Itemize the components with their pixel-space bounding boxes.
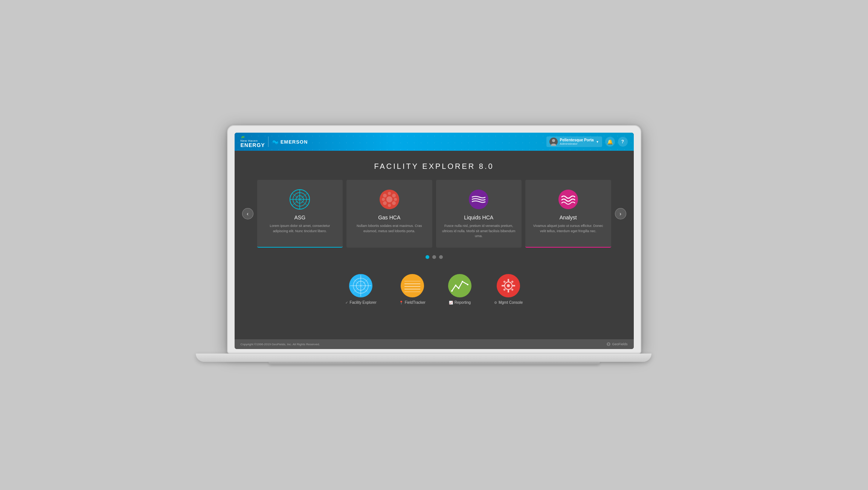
svg-point-42 xyxy=(507,284,510,287)
svg-point-15 xyxy=(388,192,391,195)
fieldtracker-label: 📍 FieldTracker xyxy=(399,300,426,305)
app-footer: Copyright ©1996-2019 GeoFields, Inc. All… xyxy=(235,339,634,349)
app-reporting[interactable]: 📈 Reporting xyxy=(448,274,471,305)
laptop-base xyxy=(196,354,651,362)
svg-point-11 xyxy=(383,194,387,198)
mgmt-console-circle xyxy=(497,274,520,297)
emerson-text: EMERSON xyxy=(281,139,308,145)
card-gas-hca-desc: Nullam lobortis sodales erat maximus. Cr… xyxy=(352,224,426,234)
user-info[interactable]: Pellentesque Porta Administrator ▼ xyxy=(546,136,602,147)
new-haven-logo: New Haven ENERGY xyxy=(241,136,265,148)
card-analyst-desc: Vivamus aliquet justo ut cursus efficitu… xyxy=(531,224,605,234)
reporting-icon xyxy=(448,274,471,297)
screen-content: New Haven ENERGY EMERSON xyxy=(235,133,634,349)
svg-rect-45 xyxy=(502,285,504,286)
reporting-text: Reporting xyxy=(455,300,471,305)
svg-point-28 xyxy=(402,275,423,296)
card-analyst-title: Analyst xyxy=(560,214,577,220)
svg-point-0 xyxy=(552,139,555,142)
notifications-button[interactable]: 🔔 xyxy=(605,137,615,147)
svg-rect-43 xyxy=(508,279,509,282)
mgmt-console-icon xyxy=(497,274,520,297)
gas-hca-icon xyxy=(379,189,400,210)
facility-explorer-label: ✓ Facility Explorer xyxy=(345,300,377,305)
footer-copyright: Copyright ©1996-2019 GeoFields, Inc. All… xyxy=(241,343,320,346)
header-right: Pellentesque Porta Administrator ▼ 🔔 ? xyxy=(546,136,628,147)
logo-bottom-text: ENERGY xyxy=(241,142,265,148)
footer-brand: GeoFields xyxy=(607,342,627,346)
chart-icon: 📈 xyxy=(449,301,453,305)
facility-explorer-circle xyxy=(349,274,372,297)
avatar-icon xyxy=(549,138,558,146)
svg-point-16 xyxy=(388,204,391,207)
check-icon: ✓ xyxy=(345,301,348,305)
carousel-dot-1[interactable] xyxy=(426,255,429,259)
carousel-prev-button[interactable]: ‹ xyxy=(242,208,253,219)
svg-point-17 xyxy=(382,198,385,201)
asg-icon xyxy=(289,189,310,210)
card-asg-title: ASG xyxy=(294,214,305,220)
svg-point-39 xyxy=(467,284,468,285)
carousel-dot-3[interactable] xyxy=(439,255,443,259)
mgmt-console-label: ⚙ Mgmt Console xyxy=(494,300,523,305)
mgmt-console-text: Mgmt Console xyxy=(499,300,523,305)
user-role: Administrator xyxy=(560,142,594,145)
svg-point-13 xyxy=(383,201,387,205)
carousel-dots xyxy=(242,255,626,259)
svg-rect-46 xyxy=(513,285,515,286)
card-gas-hca-title: Gas HCA xyxy=(378,214,400,220)
user-text: Pellentesque Porta Administrator xyxy=(560,138,594,145)
card-liquids-hca[interactable]: Liquids HCA Fusce nulla nisl, pretium id… xyxy=(436,180,522,248)
footer-brand-text: GeoFields xyxy=(612,342,627,346)
emerson-logo: EMERSON xyxy=(272,138,308,145)
card-gas-hca[interactable]: Gas HCA Nullam lobortis sodales erat max… xyxy=(346,180,432,248)
svg-point-20 xyxy=(558,190,578,209)
geofields-logo-icon xyxy=(607,342,610,346)
logo-divider xyxy=(268,136,268,147)
reporting-label: 📈 Reporting xyxy=(449,300,471,305)
reporting-circle xyxy=(448,274,471,297)
fieldtracker-text: FieldTracker xyxy=(405,300,426,305)
logo-area: New Haven ENERGY EMERSON xyxy=(241,136,308,148)
user-name: Pellentesque Porta xyxy=(560,138,594,142)
facility-explorer-icon xyxy=(349,274,372,297)
gear-icon: ⚙ xyxy=(494,301,497,305)
chevron-right-icon: › xyxy=(619,211,621,217)
emerson-icon xyxy=(272,138,279,145)
bell-icon: 🔔 xyxy=(607,139,613,145)
facility-explorer-text: Facility Explorer xyxy=(350,300,377,305)
svg-point-35 xyxy=(451,290,453,292)
carousel-dot-2[interactable] xyxy=(432,255,436,259)
app-facility-explorer[interactable]: ✓ Facility Explorer xyxy=(345,274,377,305)
page-title: FACILITY EXPLORER 8.0 xyxy=(242,162,626,171)
avatar xyxy=(549,138,558,146)
card-asg-desc: Lorem ipsum dolor sit amet, consectetur … xyxy=(263,224,337,234)
chevron-left-icon: ‹ xyxy=(247,211,249,217)
card-liquids-hca-title: Liquids HCA xyxy=(464,214,493,220)
bottom-apps: ✓ Facility Explorer xyxy=(242,270,626,312)
svg-point-12 xyxy=(392,194,396,198)
pin-icon: 📍 xyxy=(399,301,403,305)
app-fieldtracker[interactable]: 📍 FieldTracker xyxy=(399,274,426,305)
help-button[interactable]: ? xyxy=(618,137,628,147)
card-liquids-hca-desc: Fusce nulla nisl, pretium id venenatis p… xyxy=(442,224,516,239)
main-content: FACILITY EXPLORER 8.0 ‹ xyxy=(235,151,634,339)
help-icon: ? xyxy=(621,139,624,144)
analyst-icon xyxy=(558,189,579,210)
carousel-cards: ASG Lorem ipsum dolor sit amet, consecte… xyxy=(257,180,611,248)
svg-point-18 xyxy=(394,198,397,201)
laptop-foot xyxy=(268,362,600,365)
svg-point-36 xyxy=(455,285,456,286)
app-header: New Haven ENERGY EMERSON xyxy=(235,133,634,151)
card-analyst[interactable]: Analyst Vivamus aliquet justo ut cursus … xyxy=(525,180,611,248)
svg-point-37 xyxy=(458,288,459,289)
carousel-next-button[interactable]: › xyxy=(615,208,626,219)
svg-point-1 xyxy=(551,144,556,146)
card-asg[interactable]: ASG Lorem ipsum dolor sit amet, consecte… xyxy=(257,180,343,248)
svg-rect-44 xyxy=(508,290,509,292)
liquids-hca-icon xyxy=(468,189,489,210)
app-mgmt-console[interactable]: ⚙ Mgmt Console xyxy=(494,274,523,305)
svg-point-38 xyxy=(462,281,463,282)
svg-point-10 xyxy=(386,196,392,202)
carousel: ‹ xyxy=(242,180,626,248)
